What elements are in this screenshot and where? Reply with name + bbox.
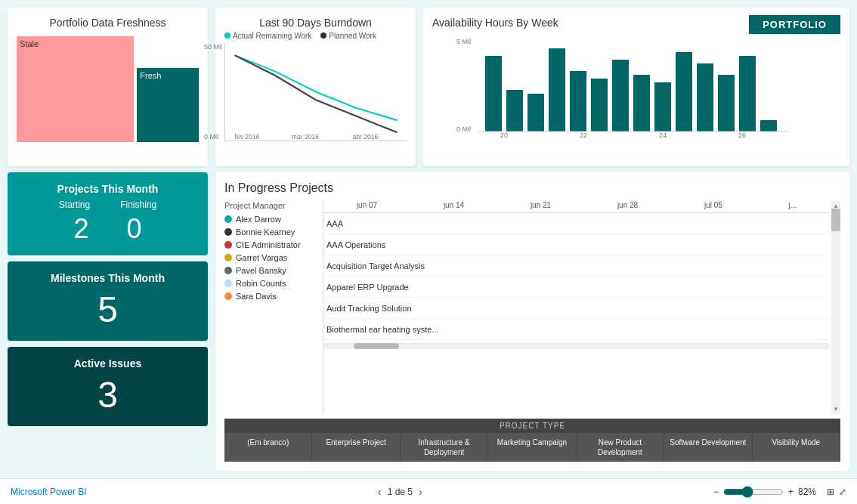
fresh-bar: Fresh [137,68,199,142]
gantt-row[interactable]: AAA [323,213,830,234]
project-type-tab[interactable]: Software Development [664,433,752,462]
svg-rect-5 [485,56,502,131]
svg-text:abr 2016: abr 2016 [352,133,378,141]
svg-rect-9 [570,71,586,131]
gantt-row[interactable]: Audit Tracking Solution [323,298,830,319]
svg-text:5 Mil: 5 Mil [456,38,471,45]
projects-stat-card: Projects This Month Starting Finishing 2… [8,172,208,255]
svg-rect-8 [549,48,565,131]
project-type-label: PROJECT TYPE [224,419,840,433]
project-type-tab[interactable]: New Product Development [577,433,664,462]
availability-card: PORTFOLIO Availability Hours By Week 5 M… [423,8,849,166]
finishing-value: 0 [127,213,142,245]
gantt-row[interactable]: Acquisition Target Analysis [323,255,830,277]
gantt-row[interactable]: Biothermal ear heating syste... [323,319,830,340]
zoom-plus[interactable]: + [788,487,794,497]
gantt-row[interactable]: AAA Operations [323,234,830,255]
pm-dot [224,215,232,223]
gantt-project-list[interactable]: AAAAAA OperationsAcquisition Target Anal… [323,213,830,340]
svg-rect-12 [633,75,650,131]
issues-stat-title: Active Issues [18,357,197,369]
burndown-title: Last 90 Days Burndown [224,17,407,29]
pm-name: Pavel Bansky [236,266,286,275]
inprogress-title: In Progress Projects [224,181,840,195]
gantt-area: jun 07 jun 14 jun 21 jun 28 jul 05 j... … [323,201,830,414]
pm-name: Robin Counts [236,279,286,288]
zoom-slider[interactable] [723,486,784,498]
fullscreen-icon[interactable]: ⤢ [839,487,846,497]
zoom-minus[interactable]: − [713,487,719,497]
projects-stat-title: Projects This Month [18,183,197,195]
pm-dot [224,254,232,261]
pm-item: Pavel Bansky [224,266,323,275]
svg-rect-6 [506,90,523,131]
planned-legend: Planned Work [320,32,376,40]
svg-text:20: 20 [500,131,508,139]
milestones-stat-title: Milestones This Month [18,272,197,284]
freshness-card: Portfolio Data Freshness Stale Fresh [8,8,208,166]
prev-page-button[interactable]: ‹ [378,486,382,498]
pm-dot [224,267,232,274]
project-type-tab[interactable]: Infrastructure & Deployment [401,433,488,462]
svg-rect-17 [739,56,756,131]
pm-item: Alex Darrow [224,215,323,224]
stale-bar: Stale [17,36,134,142]
pm-name: Sara Davis [236,292,277,301]
pm-item: Robin Counts [224,279,323,288]
svg-text:24: 24 [659,131,667,139]
svg-text:fev 2016: fev 2016 [235,133,260,141]
svg-text:mar 2016: mar 2016 [292,133,320,141]
pm-item: Garret Vargas [224,253,323,262]
project-type-tab[interactable]: (Em branco) [224,433,312,462]
milestones-value: 5 [18,289,197,330]
svg-rect-16 [718,75,735,131]
projects-stat-subtitle: Starting Finishing [18,199,197,210]
milestones-stat-card: Milestones This Month 5 [8,261,208,341]
svg-text:22: 22 [580,131,587,139]
gantt-row[interactable]: Apparel ERP Upgrade [323,277,830,298]
svg-text:0 Mil: 0 Mil [456,125,471,133]
pm-item: Sara Davis [224,292,323,301]
actual-legend: Actual Remaining Work [224,32,311,40]
inprogress-card: In Progress Projects Project Manager Ale… [215,172,849,471]
powerbi-link[interactable]: Microsoft Power BI [11,487,87,497]
burndown-legend: Actual Remaining Work Planned Work [224,32,407,40]
finishing-label: Finishing [120,199,156,210]
availability-svg: 5 Mil 0 Mil [432,33,840,139]
zoom-level: 82% [798,487,816,497]
svg-rect-10 [591,79,608,131]
project-type-tab[interactable]: Enterprise Project [312,433,400,462]
horizontal-scrollbar[interactable] [323,343,830,349]
freshness-bars: Stale Fresh [17,36,199,142]
inprogress-content: Project Manager Alex DarrowBonnie Kearne… [224,201,840,414]
project-type-tab[interactable]: Visibility Mode [753,433,840,462]
project-type-tabs[interactable]: (Em branco)Enterprise ProjectInfrastruct… [224,433,840,462]
project-type-tab[interactable]: Marketing Campaign [488,433,576,462]
page-info: 1 de 5 [388,487,413,497]
svg-rect-14 [676,52,692,131]
issues-stat-card: Active Issues 3 [8,347,208,426]
svg-rect-11 [612,60,629,131]
pm-dot [224,280,232,287]
pm-dot [224,241,232,249]
availability-chart: 5 Mil 0 Mil [432,33,840,139]
view-icon[interactable]: ⊞ [827,487,834,497]
pm-label: Project Manager [224,201,323,210]
issues-value: 3 [18,374,197,416]
portfolio-badge: PORTFOLIO [749,15,840,34]
pm-dot [224,292,232,300]
pm-name: CIE Administrator [236,240,301,249]
left-stats: Projects This Month Starting Finishing 2… [8,172,208,471]
burndown-card: Last 90 Days Burndown Actual Remaining W… [215,8,416,166]
pm-name: Garret Vargas [236,253,287,262]
vertical-scrollbar[interactable]: ▲ ▼ [831,201,840,414]
pm-item: Bonnie Kearney [224,227,323,237]
starting-label: Starting [59,199,90,210]
starting-value: 2 [73,213,88,245]
burndown-chart: 50 Mil 0 Mil fev 2016 mar 2016 abr 2016 [224,43,407,141]
page-nav: ‹ 1 de 5 › [378,486,422,498]
svg-text:26: 26 [738,131,746,139]
svg-rect-7 [528,94,544,131]
next-page-button[interactable]: › [419,486,422,498]
gantt-header: jun 07 jun 14 jun 21 jun 28 jul 05 j... [323,201,830,213]
